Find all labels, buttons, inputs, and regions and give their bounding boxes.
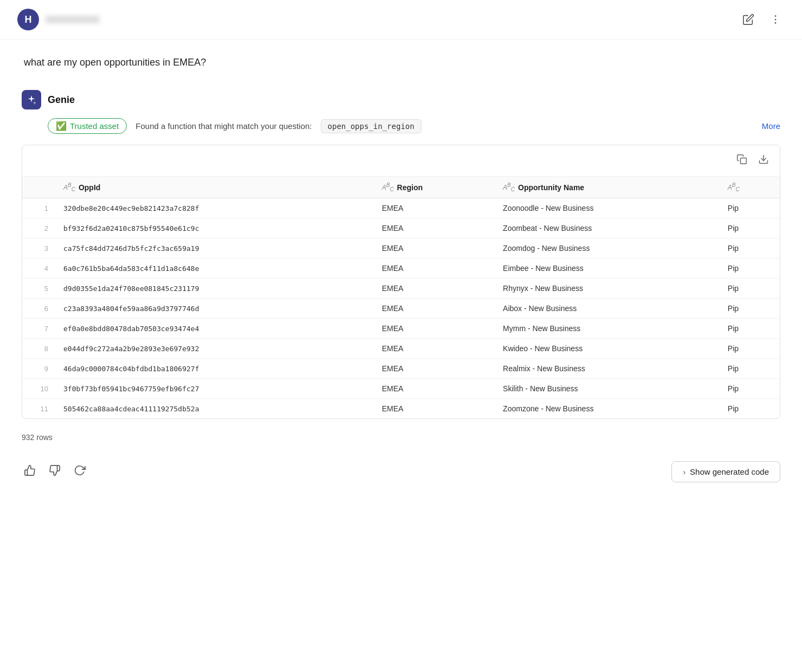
cell-opp-id: 46da9c0000784c04bfdbd1ba1806927f xyxy=(55,359,373,379)
table-row: 11505462ca88aa4cdeac411119275db52aEMEAZo… xyxy=(22,399,780,419)
feedback-icons xyxy=(22,462,88,481)
row-number: 2 xyxy=(22,218,55,238)
row-number: 8 xyxy=(22,339,55,359)
cell-extra: Pip xyxy=(719,279,780,299)
table-row: 5d9d0355e1da24f708ee081845c231179EMEARhy… xyxy=(22,279,780,299)
row-number: 4 xyxy=(22,259,55,279)
found-text: Found a function that might match your q… xyxy=(135,121,312,131)
cell-opp-name: Eimbee - New Business xyxy=(494,259,719,279)
trusted-asset-badge: ✅ Trusted asset xyxy=(48,118,127,134)
oppname-col-icon: ABC xyxy=(503,182,515,192)
trusted-asset-label: Trusted asset xyxy=(70,121,119,131)
download-button[interactable] xyxy=(756,152,771,170)
cell-region: EMEA xyxy=(373,259,494,279)
table-toolbar xyxy=(22,145,780,177)
svg-point-0 xyxy=(775,15,777,17)
svg-point-1 xyxy=(775,19,777,21)
cell-region: EMEA xyxy=(373,359,494,379)
avatar: H xyxy=(17,9,39,30)
row-count: 932 rows xyxy=(22,433,780,442)
cell-region: EMEA xyxy=(373,319,494,339)
cell-opp-name: Mymm - New Business xyxy=(494,319,719,339)
cell-extra: Pip xyxy=(719,319,780,339)
row-number: 1 xyxy=(22,198,55,218)
top-bar: H xyxy=(0,0,802,40)
more-link[interactable]: More xyxy=(762,121,780,131)
cell-region: EMEA xyxy=(373,238,494,259)
edit-button[interactable] xyxy=(739,10,758,29)
cell-opp-name: Zoonoodle - New Business xyxy=(494,198,719,218)
row-number: 11 xyxy=(22,399,55,419)
thumbs-up-button[interactable] xyxy=(22,462,38,481)
cell-opp-id: 6a0c761b5ba64da583c4f11d1a8c648e xyxy=(55,259,373,279)
cell-region: EMEA xyxy=(373,299,494,319)
cell-opp-id: c23a8393a4804fe59aa86a9d3797746d xyxy=(55,299,373,319)
cell-region: EMEA xyxy=(373,339,494,359)
more-options-button[interactable] xyxy=(766,10,785,29)
cell-opp-id: e044df9c272a4a2b9e2893e3e697e932 xyxy=(55,339,373,359)
user-question: what are my open opportunities in EMEA? xyxy=(24,57,780,68)
col-header-oppid: ABC OppId xyxy=(55,177,373,198)
cell-opp-id: 3f0bf73bf05941bc9467759efb96fc27 xyxy=(55,379,373,399)
table-row: 946da9c0000784c04bfdbd1ba1806927fEMEARea… xyxy=(22,359,780,379)
cell-region: EMEA xyxy=(373,198,494,218)
cell-opp-id: ef0a0e8bdd80478dab70503ce93474e4 xyxy=(55,319,373,339)
table-row: 1320dbe8e20c449ec9eb821423a7c828fEMEAZoo… xyxy=(22,198,780,218)
region-col-icon: ABC xyxy=(382,182,394,192)
row-number: 10 xyxy=(22,379,55,399)
col-label-oppname: Opportunity Name xyxy=(518,183,584,192)
thumbs-down-button[interactable] xyxy=(47,462,63,481)
row-number: 3 xyxy=(22,238,55,259)
function-name-badge: open_opps_in_region xyxy=(321,119,422,133)
col-label-region: Region xyxy=(397,183,423,192)
col-header-oppname: ABC Opportunity Name xyxy=(494,177,719,198)
svg-point-2 xyxy=(775,22,777,24)
genie-section: Genie ✅ Trusted asset Found a function t… xyxy=(22,90,780,482)
col-label-oppid: OppId xyxy=(79,183,100,192)
cell-extra: Pip xyxy=(719,238,780,259)
chevron-right-icon: › xyxy=(683,468,685,476)
col-header-region: ABC Region xyxy=(373,177,494,198)
cell-opp-name: Zoombeat - New Business xyxy=(494,218,719,238)
cell-opp-id: 320dbe8e20c449ec9eb821423a7c828f xyxy=(55,198,373,218)
table-body: 1320dbe8e20c449ec9eb821423a7c828fEMEAZoo… xyxy=(22,198,780,419)
cell-opp-id: d9d0355e1da24f708ee081845c231179 xyxy=(55,279,373,299)
genie-header: Genie xyxy=(22,90,780,109)
results-table-container: ABC OppId ABC Region ABC xyxy=(22,145,780,419)
cell-region: EMEA xyxy=(373,379,494,399)
username-blur xyxy=(46,16,100,23)
user-section: H xyxy=(17,9,100,30)
cell-extra: Pip xyxy=(719,339,780,359)
extra-col-icon: ABC xyxy=(728,182,740,192)
cell-extra: Pip xyxy=(719,379,780,399)
cell-extra: Pip xyxy=(719,359,780,379)
table-row: 8e044df9c272a4a2b9e2893e3e697e932EMEAKwi… xyxy=(22,339,780,359)
oppid-col-icon: ABC xyxy=(63,182,75,192)
table-header-row: ABC OppId ABC Region ABC xyxy=(22,177,780,198)
row-number: 9 xyxy=(22,359,55,379)
cell-opp-name: Skilith - New Business xyxy=(494,379,719,399)
cell-extra: Pip xyxy=(719,218,780,238)
show-code-label: Show generated code xyxy=(690,467,769,476)
cell-opp-name: Kwideo - New Business xyxy=(494,339,719,359)
table-row: 6c23a8393a4804fe59aa86a9d3797746dEMEAAib… xyxy=(22,299,780,319)
results-table: ABC OppId ABC Region ABC xyxy=(22,177,780,418)
cell-opp-id: ca75fc84dd7246d7b5fc2fc3ac659a19 xyxy=(55,238,373,259)
cell-region: EMEA xyxy=(373,279,494,299)
cell-opp-name: Rhynyx - New Business xyxy=(494,279,719,299)
row-number: 7 xyxy=(22,319,55,339)
copy-button[interactable] xyxy=(734,152,749,170)
row-number: 6 xyxy=(22,299,55,319)
trusted-bar: ✅ Trusted asset Found a function that mi… xyxy=(48,118,780,134)
col-header-rownum xyxy=(22,177,55,198)
cell-region: EMEA xyxy=(373,218,494,238)
cell-extra: Pip xyxy=(719,399,780,419)
genie-label: Genie xyxy=(48,94,75,106)
table-row: 103f0bf73bf05941bc9467759efb96fc27EMEASk… xyxy=(22,379,780,399)
table-row: 2bf932f6d2a02410c875bf95540e61c9cEMEAZoo… xyxy=(22,218,780,238)
refresh-button[interactable] xyxy=(72,462,88,481)
row-number: 5 xyxy=(22,279,55,299)
show-generated-code-button[interactable]: › Show generated code xyxy=(671,461,780,482)
cell-extra: Pip xyxy=(719,198,780,218)
cell-opp-name: Aibox - New Business xyxy=(494,299,719,319)
